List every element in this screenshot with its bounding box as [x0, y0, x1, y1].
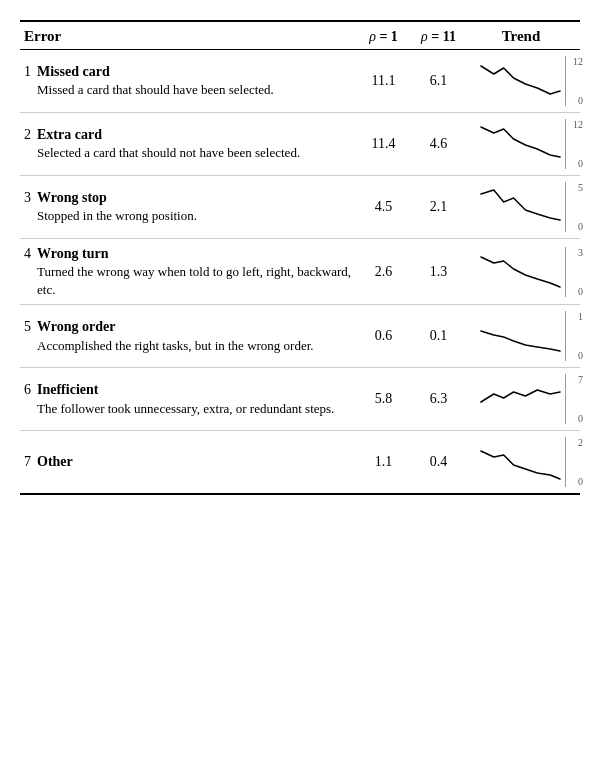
y-min-label: 0 — [578, 221, 583, 232]
y-min-label: 0 — [578, 413, 583, 424]
rho1-value: 11.4 — [356, 136, 411, 152]
rho11-value: 2.1 — [411, 199, 466, 215]
rho1-value: 4.5 — [356, 199, 411, 215]
row-title: Extra card — [37, 126, 300, 144]
table-row: 2 Extra card Selected a card that should… — [20, 113, 580, 176]
rho11-value: 4.6 — [411, 136, 466, 152]
row-title: Other — [37, 453, 73, 471]
trend-chart: 5 0 — [476, 182, 566, 232]
trend-cell: 7 0 — [466, 374, 576, 424]
trend-svg — [476, 56, 565, 106]
y-min-label: 0 — [578, 286, 583, 297]
trend-chart: 7 0 — [476, 374, 566, 424]
rho11-value: 6.1 — [411, 73, 466, 89]
rho11-value: 1.3 — [411, 264, 466, 280]
header-rho1: ρ = 1 — [356, 29, 411, 45]
y-max-label: 2 — [578, 437, 583, 448]
y-min-label: 0 — [578, 158, 583, 169]
trend-cell: 12 0 — [466, 56, 576, 106]
row-number: 7 — [24, 453, 31, 470]
error-cell: 4 Wrong turn Turned the wrong way when t… — [24, 245, 356, 298]
row-desc: Turned the wrong way when told to go lef… — [37, 263, 356, 298]
trend-cell: 2 0 — [466, 437, 576, 487]
trend-chart: 12 0 — [476, 119, 566, 169]
trend-chart: 3 0 — [476, 247, 566, 297]
y-min-label: 0 — [578, 476, 583, 487]
y-max-label: 5 — [578, 182, 583, 193]
trend-svg — [476, 119, 565, 169]
trend-cell: 5 0 — [466, 182, 576, 232]
y-max-label: 12 — [573, 56, 583, 67]
table-row: 1 Missed card Missed a card that should … — [20, 50, 580, 113]
header-rho11: ρ = 11 — [411, 29, 466, 45]
rho1-value: 2.6 — [356, 264, 411, 280]
row-number: 1 — [24, 63, 31, 80]
row-number: 6 — [24, 381, 31, 398]
table-row: 7 Other 1.10.4 2 0 — [20, 431, 580, 493]
trend-cell: 12 0 — [466, 119, 576, 169]
trend-svg — [476, 311, 565, 361]
row-title: Wrong turn — [37, 245, 356, 263]
row-desc: Selected a card that should not have bee… — [37, 144, 300, 162]
rho11-value: 0.4 — [411, 454, 466, 470]
y-max-label: 7 — [578, 374, 583, 385]
error-cell: 5 Wrong order Accomplished the right tas… — [24, 318, 356, 354]
rho11-value: 0.1 — [411, 328, 466, 344]
table-row: 5 Wrong order Accomplished the right tas… — [20, 305, 580, 368]
rho11-value: 6.3 — [411, 391, 466, 407]
table-body: 1 Missed card Missed a card that should … — [20, 50, 580, 493]
error-cell: 6 Inefficient The follower took unnecess… — [24, 381, 356, 417]
error-cell: 1 Missed card Missed a card that should … — [24, 63, 356, 99]
table-header: Error ρ = 1 ρ = 11 Trend — [20, 22, 580, 50]
trend-svg — [476, 247, 565, 297]
row-number: 5 — [24, 318, 31, 335]
y-max-label: 12 — [573, 119, 583, 130]
row-desc: Accomplished the right tasks, but in the… — [37, 337, 314, 355]
y-min-label: 0 — [578, 95, 583, 106]
trend-chart: 12 0 — [476, 56, 566, 106]
table-row: 4 Wrong turn Turned the wrong way when t… — [20, 239, 580, 305]
y-max-label: 3 — [578, 247, 583, 258]
row-title: Wrong order — [37, 318, 314, 336]
trend-svg — [476, 182, 565, 232]
trend-svg — [476, 437, 565, 487]
row-desc: Missed a card that should have been sele… — [37, 81, 274, 99]
table-row: 6 Inefficient The follower took unnecess… — [20, 368, 580, 431]
error-cell: 3 Wrong stop Stopped in the wrong positi… — [24, 189, 356, 225]
table-row: 3 Wrong stop Stopped in the wrong positi… — [20, 176, 580, 239]
row-desc: Stopped in the wrong position. — [37, 207, 197, 225]
row-number: 4 — [24, 245, 31, 262]
row-desc: The follower took unnecessary, extra, or… — [37, 400, 334, 418]
error-cell: 2 Extra card Selected a card that should… — [24, 126, 356, 162]
rho1-value: 5.8 — [356, 391, 411, 407]
trend-cell: 1 0 — [466, 311, 576, 361]
row-title: Missed card — [37, 63, 274, 81]
rho1-value: 1.1 — [356, 454, 411, 470]
trend-chart: 1 0 — [476, 311, 566, 361]
row-title: Wrong stop — [37, 189, 197, 207]
y-max-label: 1 — [578, 311, 583, 322]
rho1-value: 11.1 — [356, 73, 411, 89]
row-number: 2 — [24, 126, 31, 143]
header-error: Error — [24, 28, 356, 45]
error-table: Error ρ = 1 ρ = 11 Trend 1 Missed card M… — [20, 20, 580, 495]
error-cell: 7 Other — [24, 453, 356, 471]
rho1-value: 0.6 — [356, 328, 411, 344]
trend-cell: 3 0 — [466, 247, 576, 297]
row-number: 3 — [24, 189, 31, 206]
trend-chart: 2 0 — [476, 437, 566, 487]
header-trend: Trend — [466, 28, 576, 45]
y-min-label: 0 — [578, 350, 583, 361]
trend-svg — [476, 374, 565, 424]
row-title: Inefficient — [37, 381, 334, 399]
